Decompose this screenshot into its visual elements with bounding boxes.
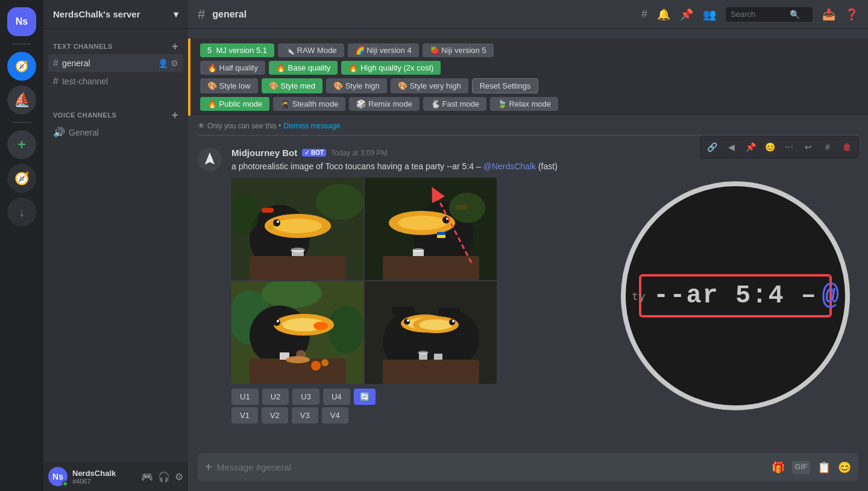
- message-content: a photorealistic image of Toco toucans h…: [231, 160, 858, 173]
- channel-item-test[interactable]: # test-channel: [48, 72, 183, 90]
- gif-icon[interactable]: GIF: [792, 461, 810, 474]
- image-grid: 🌿: [231, 178, 497, 384]
- svg-rect-27: [383, 256, 479, 280]
- image-cell-1[interactable]: 🌿: [231, 178, 363, 280]
- niji-v4-button[interactable]: 🌈 Niji version 4: [348, 43, 419, 57]
- input-add-button[interactable]: +: [205, 453, 212, 481]
- image-cell-4[interactable]: [365, 281, 497, 384]
- channel-name-test: test-channel: [62, 77, 108, 86]
- server-icon-explore[interactable]: 🧭: [7, 52, 36, 81]
- search-input[interactable]: [731, 10, 785, 19]
- sticker-icon[interactable]: 📋: [817, 461, 831, 474]
- inbox-icon[interactable]: 📥: [822, 8, 835, 21]
- image-cell-2[interactable]: [365, 178, 497, 280]
- public-mode-button[interactable]: 🔥 Public mode: [200, 97, 269, 111]
- message-midjourney: Midjourney Bot ✓ BOT Today at 3:09 PM a …: [188, 145, 868, 428]
- add-text-channel-button[interactable]: +: [172, 41, 178, 52]
- stealth-mode-button[interactable]: 🥷 Stealth mode: [273, 97, 345, 111]
- u4-button[interactable]: U4: [323, 389, 350, 405]
- input-bar: + 🎁 GIF 📋 😊: [188, 453, 868, 491]
- channel-hash-icon: #: [198, 7, 205, 22]
- style-high-button[interactable]: 🎨 Style high: [326, 78, 387, 93]
- search-icon: 🔍: [790, 10, 800, 19]
- half-quality-button[interactable]: 🔥 Half quality: [200, 61, 265, 75]
- bot-avatar: [198, 148, 222, 172]
- base-quality-button[interactable]: 🔥 Base quality: [269, 61, 338, 75]
- pin-icon[interactable]: 📌: [680, 8, 693, 21]
- mj-version-51-button[interactable]: 5 MJ version 5.1: [200, 43, 274, 57]
- svg-point-37: [277, 320, 279, 322]
- hash-icon-2: #: [53, 76, 58, 87]
- server-header[interactable]: NerdsChalk's server ▾: [43, 0, 188, 29]
- help-icon[interactable]: ❓: [845, 8, 858, 21]
- topbar-actions: # 🔔 📌 👥 🔍 📥 ❓: [641, 7, 858, 22]
- image-cell-3[interactable]: [231, 281, 363, 384]
- fast-mode-button[interactable]: 🐇 Fast mode: [423, 97, 486, 111]
- server-icon-compass[interactable]: 🧭: [7, 164, 36, 193]
- dismiss-link[interactable]: Dismiss message: [283, 122, 340, 130]
- server-icon-download[interactable]: ↓: [7, 198, 36, 227]
- add-member-icon[interactable]: 👤: [158, 58, 168, 68]
- gift-icon[interactable]: 🎁: [772, 461, 785, 474]
- emoji-icon[interactable]: 😊: [838, 461, 851, 474]
- server-icon-boat[interactable]: ⛵: [7, 86, 36, 114]
- style-low-button[interactable]: 🎨 Style low: [200, 78, 258, 93]
- u3-button[interactable]: U3: [292, 389, 319, 405]
- avatar-letter: Ns: [52, 472, 63, 481]
- svg-rect-7: [262, 208, 274, 213]
- bell-icon[interactable]: 🔔: [657, 8, 670, 21]
- pin-action-button[interactable]: 📌: [742, 139, 759, 155]
- server-icon-nerdschalk[interactable]: Ns: [7, 7, 36, 36]
- delete-action-button[interactable]: 🗑: [838, 139, 855, 155]
- raw-mode-button[interactable]: 🔪 RAW Mode: [278, 43, 344, 57]
- high-quality-button[interactable]: 🔥 High quality (2x cost): [341, 61, 441, 75]
- svg-point-62: [418, 351, 429, 354]
- thread-action-button[interactable]: #: [819, 139, 836, 155]
- channel-item-voice-general[interactable]: 🔊 General: [48, 123, 183, 142]
- message-mention[interactable]: @NerdsChalk: [483, 161, 536, 171]
- reply-action-button[interactable]: ↩: [800, 139, 817, 155]
- style-very-high-button[interactable]: 🎨 Style very high: [391, 78, 468, 93]
- channel-item-general[interactable]: # general 👤 ⚙: [48, 54, 183, 72]
- niji-v5-button[interactable]: 🍓 Niji version 5: [423, 43, 494, 57]
- settings-icon[interactable]: ⚙: [171, 58, 178, 68]
- magnify-overlay: ty --ar 5:4 – @: [621, 181, 850, 410]
- svg-text:🌿: 🌿: [268, 224, 274, 230]
- style-med-button[interactable]: 🎨 Style med: [262, 78, 322, 93]
- add-voice-channel-button[interactable]: +: [172, 110, 178, 120]
- members-icon[interactable]: 👥: [703, 8, 716, 21]
- refresh-button[interactable]: 🔄: [354, 389, 376, 405]
- main-content: # general # 🔔 📌 👥 🔍 📥 ❓ 5 MJ version 5.1…: [188, 0, 868, 491]
- emoji-action-button[interactable]: 😊: [761, 139, 778, 155]
- relax-mode-button[interactable]: 🍃 Relax mode: [490, 97, 558, 111]
- remix-mode-button[interactable]: 🎲 Remix mode: [349, 97, 420, 111]
- v4-button[interactable]: V4: [322, 407, 348, 424]
- v3-button[interactable]: V3: [292, 407, 318, 424]
- u2-button[interactable]: U2: [262, 389, 289, 405]
- user-controls: 🎮 🎧 ⚙: [141, 471, 183, 483]
- message-input[interactable]: [217, 455, 767, 480]
- svg-point-59: [452, 320, 454, 322]
- magnify-highlight: --ar 5:4 –: [639, 274, 832, 317]
- text-channels-section: TEXT CHANNELS + # general 👤 ⚙ # test-cha…: [43, 29, 188, 93]
- reset-settings-button[interactable]: Reset Settings: [472, 78, 539, 93]
- server-divider: [12, 43, 31, 45]
- svg-rect-63: [434, 354, 442, 360]
- headset-icon[interactable]: 🎧: [158, 471, 170, 483]
- add-server-button[interactable]: +: [7, 130, 36, 159]
- search-bar[interactable]: 🔍: [726, 7, 813, 22]
- more-action-button[interactable]: ⋯: [781, 139, 797, 155]
- activity-icon[interactable]: 🎮: [141, 471, 153, 483]
- v2-button[interactable]: V2: [262, 407, 288, 424]
- input-actions: 🎁 GIF 📋 😊: [772, 461, 851, 474]
- svg-point-10: [291, 248, 305, 252]
- u1-button[interactable]: U1: [231, 389, 259, 405]
- svg-point-52: [407, 319, 409, 322]
- back-action-button[interactable]: ◀: [723, 139, 740, 155]
- v1-button[interactable]: V1: [231, 407, 258, 424]
- settings-gear-icon[interactable]: ⚙: [175, 471, 183, 483]
- hashtag-icon[interactable]: #: [641, 8, 647, 20]
- message-author: Midjourney Bot: [231, 148, 297, 158]
- link-action-button[interactable]: 🔗: [703, 139, 720, 155]
- svg-rect-23: [437, 235, 445, 238]
